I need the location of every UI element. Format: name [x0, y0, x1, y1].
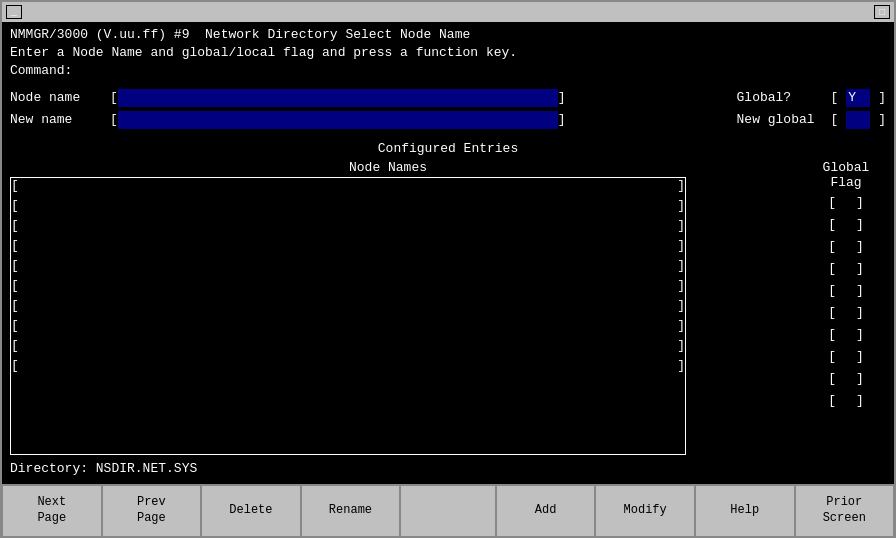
blank-button-area [400, 486, 496, 536]
list-item: [] [11, 218, 685, 238]
header-line1: NMMGR/3000 (V.uu.ff) #9 Network Director… [10, 26, 886, 44]
node-names-list: [] [] [] [] [] [] [] [] [] [] [10, 177, 686, 455]
header-line2: Enter a Node Name and global/local flag … [10, 44, 886, 62]
node-names-column: Node Names [] [] [] [] [] [] [] [] [] [] [10, 160, 686, 455]
delete-button[interactable]: Delete [201, 486, 301, 536]
modify-button[interactable]: Modify [595, 486, 695, 536]
next-page-button[interactable]: NextPage [2, 486, 102, 536]
content-area: NMMGR/3000 (V.uu.ff) #9 Network Director… [2, 22, 894, 484]
new-name-label: New name [10, 112, 110, 127]
new-global-label: New global [737, 112, 815, 127]
flag-item: [] [828, 236, 864, 258]
list-item: [] [11, 338, 685, 358]
prev-page-button[interactable]: PrevPage [102, 486, 202, 536]
configured-section: Configured Entries Node Names [] [] [] [… [10, 141, 886, 455]
global-flag-column: Global Flag [] [] [] [] [] [] [] [] [] [… [806, 160, 886, 455]
node-name-row: Node name [ ] Global? [ ] [10, 89, 886, 107]
flag-item: [] [828, 214, 864, 236]
new-name-input[interactable] [118, 111, 558, 129]
minimize-button[interactable]: _ [6, 5, 22, 19]
list-item: [] [11, 358, 685, 378]
global-input[interactable] [846, 89, 870, 107]
flag-list: [] [] [] [] [] [] [] [] [] [] [828, 192, 864, 412]
header-line3: Command: [10, 62, 886, 80]
node-names-header: Node Names [10, 160, 686, 175]
global-label: Global? [737, 90, 792, 105]
main-window: _ □ NMMGR/3000 (V.uu.ff) #9 Network Dire… [0, 0, 896, 538]
new-name-row: New name [ ] New global [ ] [10, 111, 886, 129]
flag-item: [] [828, 258, 864, 280]
prior-screen-button[interactable]: PriorScreen [795, 486, 895, 536]
list-item: [] [11, 298, 685, 318]
list-item: [] [11, 258, 685, 278]
configured-title: Configured Entries [10, 141, 886, 156]
form-area: Node name [ ] Global? [ ] New name [ ] N… [10, 89, 886, 129]
node-name-label: Node name [10, 90, 110, 105]
list-item: [] [11, 318, 685, 338]
help-button[interactable]: Help [695, 486, 795, 536]
flag-item: [] [828, 390, 864, 412]
title-bar: _ □ [2, 2, 894, 22]
footer: NextPage PrevPage Delete Rename Add Modi… [2, 484, 894, 536]
new-global-input[interactable] [846, 111, 870, 129]
add-button[interactable]: Add [496, 486, 596, 536]
rename-button[interactable]: Rename [301, 486, 401, 536]
flag-item: [] [828, 280, 864, 302]
list-item: [] [11, 238, 685, 258]
directory-bar: Directory: NSDIR.NET.SYS [10, 455, 886, 480]
list-item: [] [11, 178, 685, 198]
global-right: Global? [ ] [737, 89, 886, 107]
list-item: [] [11, 278, 685, 298]
flag-item: [] [828, 346, 864, 368]
global-flag-header: Global Flag [806, 160, 886, 190]
maximize-button[interactable]: □ [874, 5, 890, 19]
flag-item: [] [828, 368, 864, 390]
node-name-input[interactable] [118, 89, 558, 107]
list-item: [] [11, 198, 685, 218]
flag-item: [] [828, 192, 864, 214]
flag-item: [] [828, 324, 864, 346]
flag-item: [] [828, 302, 864, 324]
new-global-right: New global [ ] [737, 111, 886, 129]
